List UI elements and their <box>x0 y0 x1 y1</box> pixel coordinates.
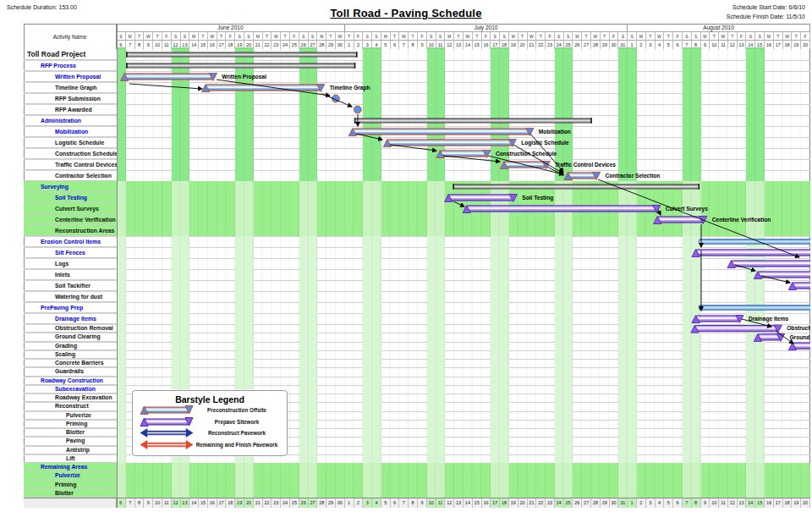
weekend-stripe <box>628 463 637 498</box>
weekend-stripe <box>172 181 181 236</box>
activity-row-label[interactable]: Roadway Excavation <box>24 394 117 402</box>
weekend-stripe <box>618 181 628 236</box>
weekday-letter-cell: T <box>473 32 482 41</box>
bottom-day-number-cell: 8 <box>135 498 145 508</box>
bottom-day-number-cell: 4 <box>372 498 381 508</box>
activity-row-label[interactable]: Erosion Control Items <box>24 236 117 247</box>
bottom-band-left <box>24 498 117 508</box>
activity-row-label[interactable]: Logistic Schedule <box>24 137 117 148</box>
activity-row-label[interactable]: Lift <box>24 454 117 463</box>
bottom-day-number-cell: 21 <box>254 498 263 508</box>
activity-row-label[interactable]: RFP Submission <box>24 93 117 104</box>
activity-row-label[interactable]: Drainage Items <box>24 313 117 324</box>
bottom-day-number-cell: 3 <box>363 498 372 508</box>
activity-row-label[interactable]: Roadway Construction <box>24 377 117 385</box>
day-number-cell: 17 <box>774 41 783 49</box>
activity-row-label[interactable]: Priming <box>24 420 117 428</box>
bottom-day-number-cell: 17 <box>217 498 227 508</box>
activity-row-label[interactable]: Administration <box>24 115 117 126</box>
day-number-cell: 9 <box>144 41 153 49</box>
weekend-stripe <box>628 181 637 236</box>
weekday-letter-cell: S <box>172 32 181 41</box>
day-number-cell: 12 <box>445 41 454 49</box>
activity-row-label[interactable]: Toll Road Project <box>24 49 117 60</box>
weekday-letter-cell: T <box>601 32 610 41</box>
activity-row-label[interactable]: Surveying <box>24 181 117 192</box>
activity-row-label[interactable]: Grading <box>24 342 117 350</box>
activity-row-label[interactable]: Contractor Selection <box>24 170 117 181</box>
weekend-stripe <box>244 181 254 236</box>
weekday-letter-cell: T <box>728 32 738 41</box>
bottom-day-number-cell: 23 <box>546 498 555 508</box>
activity-row-label[interactable]: Centerline Verification <box>24 214 117 225</box>
activity-row-label[interactable]: Priming <box>24 481 117 489</box>
activity-row-label[interactable]: Written Proposal <box>24 71 117 82</box>
weekday-letter-cell: F <box>226 32 235 41</box>
activity-row-label[interactable]: Scaling <box>24 350 117 359</box>
bottom-day-number-cell: 7 <box>683 498 692 508</box>
weekend-stripe <box>555 49 564 181</box>
activity-row-label[interactable]: RFP Process <box>24 60 117 71</box>
weekday-letter-cell: M <box>189 32 199 41</box>
weekday-letter-cell: M <box>765 32 774 41</box>
chart-row <box>117 82 810 93</box>
weekday-letter-cell: S <box>117 32 126 41</box>
bottom-day-number-cell: 2 <box>637 498 646 508</box>
day-number-cell: 23 <box>272 41 281 49</box>
day-number-cell: 30 <box>336 41 345 49</box>
weekend-stripe <box>436 236 446 463</box>
day-number-cell: 20 <box>801 41 810 49</box>
reconstruct-legend-swatch <box>140 427 194 438</box>
weekday-letter-cell: F <box>546 32 555 41</box>
activity-row-label[interactable]: Reconstruct <box>24 402 117 410</box>
weekend-stripe <box>372 181 381 236</box>
activity-row-label[interactable]: Guardrails <box>24 367 117 376</box>
weekday-letter-cell: F <box>801 32 810 41</box>
activity-row-label[interactable]: Traffic Control Devices <box>24 159 117 170</box>
weekday-letter-cell: M <box>701 32 710 41</box>
activity-row-label[interactable]: Ground Clearing <box>24 333 117 341</box>
activity-row-label[interactable]: PrePaving Prep <box>24 302 117 313</box>
activity-row-label[interactable]: Concrete Barriers <box>24 359 117 367</box>
activity-row-label[interactable]: Culvert Surveys <box>24 203 117 214</box>
activity-row-label[interactable]: Mobilization <box>24 126 117 137</box>
chart-row <box>117 181 810 192</box>
weekend-stripe <box>172 49 181 181</box>
activity-row-label[interactable]: Antistrip <box>24 446 117 454</box>
activity-row-label[interactable]: Construction Schedule <box>24 148 117 159</box>
activity-row-label[interactable]: Blotter <box>24 428 117 437</box>
bottom-day-number-cell: 20 <box>518 498 528 508</box>
legend-item: Remaining and Finish Pavework <box>133 439 287 451</box>
activity-row-label[interactable]: Timeline Graph <box>24 82 117 93</box>
bottom-day-number-cell: 12 <box>728 498 738 508</box>
activity-row-label[interactable]: Obstruction Removal <box>24 324 117 333</box>
day-number-cell: 26 <box>299 41 309 49</box>
weekday-letter-cell: S <box>372 32 381 41</box>
activity-row-label[interactable]: Inlets <box>24 269 117 280</box>
chart-row <box>117 247 810 258</box>
activity-row-label[interactable]: Reconstruction Areas <box>24 225 117 236</box>
day-number-cell: 15 <box>755 41 765 49</box>
day-number-cell: 10 <box>153 41 162 49</box>
weekday-letter-cell: M <box>509 32 518 41</box>
activity-row-label[interactable]: Logs <box>24 258 117 269</box>
activity-row-label[interactable]: Subexcavation <box>24 385 117 394</box>
weekday-letter-cell: M <box>126 32 135 41</box>
activity-row-label[interactable]: Soil Testing <box>24 192 117 203</box>
activity-row-label[interactable]: Remaining Areas <box>24 463 117 471</box>
day-number-cell: 13 <box>181 41 190 49</box>
activity-row-label[interactable]: Pulverize <box>24 471 117 480</box>
activity-row-label[interactable]: Pulverize <box>24 411 117 420</box>
day-number-cell: 15 <box>473 41 482 49</box>
weekend-stripe <box>746 49 755 181</box>
activity-row-label[interactable]: Soil Tackifier <box>24 280 117 291</box>
activity-row-label[interactable]: Paving <box>24 437 117 445</box>
weekday-letter-cell: S <box>755 32 765 41</box>
activity-row-label[interactable]: Silt Fences <box>24 247 117 258</box>
activity-row-label[interactable]: Blotter <box>24 489 117 498</box>
legend-item: Prepave Sitework <box>133 416 287 428</box>
activity-row-label[interactable]: RFP Awarded <box>24 104 117 115</box>
activity-row-label[interactable]: Watering for dust <box>24 291 117 302</box>
weekend-stripe <box>628 236 637 463</box>
day-number-cell: 14 <box>746 41 755 49</box>
